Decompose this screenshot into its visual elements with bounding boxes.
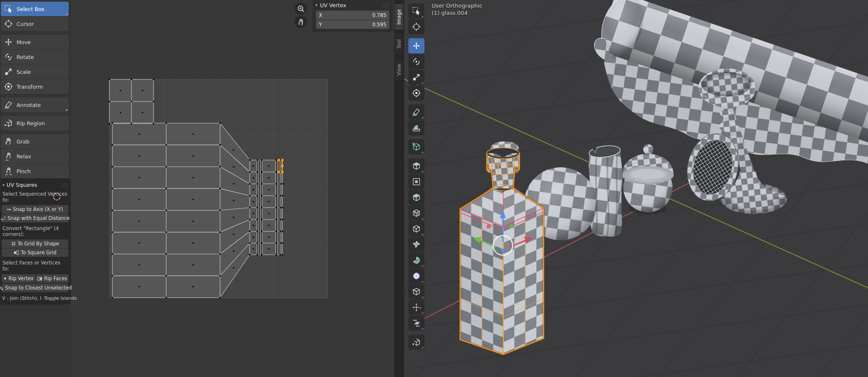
vp-tool-measure-button[interactable]	[408, 120, 424, 135]
vp-tool-rip-region-button[interactable]	[408, 335, 424, 350]
vp-tool-transform-button[interactable]	[408, 85, 424, 101]
vp-tool-add-cube-button[interactable]	[408, 139, 424, 155]
sidebar-tab-strip: ImageToolView	[394, 0, 404, 377]
drag-grip-icon[interactable]: ::::::::	[383, 3, 390, 7]
uv-tool-pinch-button[interactable]: Pinch	[1, 164, 69, 178]
annotate-icon	[412, 107, 421, 117]
blender-window: Select BoxCursorMoveRotateScaleTransform…	[0, 0, 868, 377]
vp-tool-knife-button[interactable]	[408, 221, 424, 236]
vp-tool-annotate-button[interactable]	[408, 104, 424, 120]
shrink-fatten-icon	[412, 303, 421, 312]
tool-label: Select Box	[17, 6, 45, 12]
subtool-corner-icon	[421, 296, 423, 298]
select-box-icon	[4, 4, 13, 14]
vp-tool-inset-button[interactable]	[408, 174, 424, 189]
collapse-arrow-icon[interactable]: ▾	[3, 183, 5, 187]
hotkey-hint: V - Join (Stitch), I -Toggle Islands	[2, 295, 68, 301]
vp-tool-cursor-button[interactable]	[408, 19, 424, 34]
uv-toolbar: Select BoxCursorMoveRotateScaleTransform…	[1, 2, 69, 179]
vp-tool-move-button[interactable]	[408, 38, 424, 53]
bevel-icon	[412, 193, 421, 202]
pan-hand-icon	[297, 18, 305, 26]
vp-tool-bevel-button[interactable]	[408, 190, 424, 205]
scale-icon	[412, 73, 421, 82]
vp-tool-shear-button[interactable]	[408, 315, 424, 331]
rip-region-icon	[412, 338, 421, 347]
uv-tool-grab-button[interactable]: Grab	[1, 134, 69, 149]
uv-squares-header[interactable]: ▾ UV Squares ::::::::	[3, 182, 68, 188]
vp-tool-extrude-button[interactable]	[408, 158, 424, 174]
tool-label: Scale	[17, 69, 31, 75]
vp-tool-select-box-button[interactable]	[408, 3, 424, 19]
sidebar-tab-tool[interactable]: Tool	[394, 33, 404, 56]
to-square-grid-button[interactable]: To Square Grid	[2, 248, 68, 257]
uv-2d-cursor-icon	[50, 190, 64, 203]
subtool-corner-icon	[421, 171, 423, 172]
snap-equal-distance-button[interactable]: Snap with Equal Distance	[2, 214, 68, 222]
vp-tool-poly-build-button[interactable]	[408, 237, 424, 252]
add-cube-icon	[412, 142, 421, 152]
tool-label: Pinch	[17, 168, 31, 174]
grid-shape-icon	[11, 241, 16, 246]
sidebar-tab-view[interactable]: View	[394, 58, 404, 81]
active-object-label: (1) glass.004	[432, 9, 482, 17]
vp-tool-edge-slide-button[interactable]	[408, 284, 424, 299]
uv-tool-scale-button[interactable]: Scale	[1, 65, 69, 79]
uv-vertex-y-field[interactable]: Y 0.595	[316, 20, 389, 29]
snap-axis-icon: ↔	[7, 206, 11, 212]
subtool-corner-icon	[421, 328, 423, 329]
subtool-corner-icon	[421, 218, 423, 219]
drag-grip-icon[interactable]: ::::::::	[61, 183, 68, 187]
uv-tool-relax-button[interactable]: Relax	[1, 149, 69, 163]
field-label: X	[319, 12, 322, 18]
zoom-button[interactable]	[295, 3, 307, 15]
panel-title: UV Squares	[7, 182, 37, 188]
vp-tool-shrink-fatten-button[interactable]	[408, 300, 424, 315]
sidebar-tab-image[interactable]: Image	[394, 3, 404, 30]
measure-icon	[412, 123, 421, 132]
inset-icon	[412, 177, 421, 186]
vp-tool-smooth-button[interactable]	[408, 268, 424, 284]
uv-tool-annotate-button[interactable]: Annotate	[1, 98, 69, 112]
uv-tool-select-box-button[interactable]: Select Box	[1, 2, 69, 16]
tool-label: Move	[17, 39, 31, 45]
poly-build-icon	[412, 240, 421, 249]
viewport-toolbar	[408, 3, 424, 350]
subtool-corner-icon	[421, 347, 423, 349]
subtool-corner-icon	[421, 117, 423, 118]
vp-tool-rotate-button[interactable]	[408, 54, 424, 69]
relax-icon	[4, 152, 13, 161]
rip-region-icon	[4, 118, 13, 128]
subtool-corner-icon	[421, 234, 423, 235]
viewport-3d[interactable]	[404, 0, 868, 377]
uv-tool-transform-button[interactable]: Transform	[1, 79, 69, 94]
subtool-corner-icon	[421, 281, 423, 282]
field-value: 0.785	[372, 12, 386, 18]
rip-vertex-button[interactable]: Rip Vertex	[2, 274, 35, 283]
section-label: Convert "Rectangle" (4 corners):	[3, 225, 67, 237]
subtool-corner-icon	[421, 312, 423, 314]
rotate-icon	[412, 57, 421, 66]
uv-tool-cursor-button[interactable]: Cursor	[1, 17, 69, 31]
snap-to-axis-button[interactable]: ↔ Snap to Axis (X or Y)	[2, 205, 68, 214]
tool-label: Cursor	[17, 21, 34, 27]
pan-button[interactable]	[295, 16, 307, 28]
tool-label: Relax	[17, 153, 31, 160]
shear-icon	[412, 318, 421, 328]
uv-vertex-header[interactable]: ▾ UV Vertex ::::::::	[313, 0, 393, 10]
cursor-icon	[4, 19, 13, 28]
subtool-corner-icon	[421, 16, 423, 17]
collapse-arrow-icon[interactable]: ▾	[315, 3, 318, 7]
uv-tool-rip-region-button[interactable]: Rip Region	[1, 116, 69, 130]
uv-vertex-panel: ▾ UV Vertex :::::::: X 0.785 Y 0.595	[313, 0, 393, 32]
uv-vertex-x-field[interactable]: X 0.785	[316, 11, 389, 20]
uv-tool-move-button[interactable]: Move	[1, 35, 69, 49]
rip-faces-button[interactable]: Rip Faces	[36, 274, 69, 283]
uv-tool-rotate-button[interactable]: Rotate	[1, 50, 69, 64]
tool-label: Grab	[17, 138, 29, 145]
snap-closest-unselected-button[interactable]: Snap to Closest Unselected	[2, 284, 68, 292]
vp-tool-scale-button[interactable]	[408, 70, 424, 85]
to-grid-by-shape-button[interactable]: To Grid By Shape	[2, 239, 68, 248]
vp-tool-loop-cut-button[interactable]	[408, 205, 424, 221]
vp-tool-spin-button[interactable]	[408, 253, 424, 268]
